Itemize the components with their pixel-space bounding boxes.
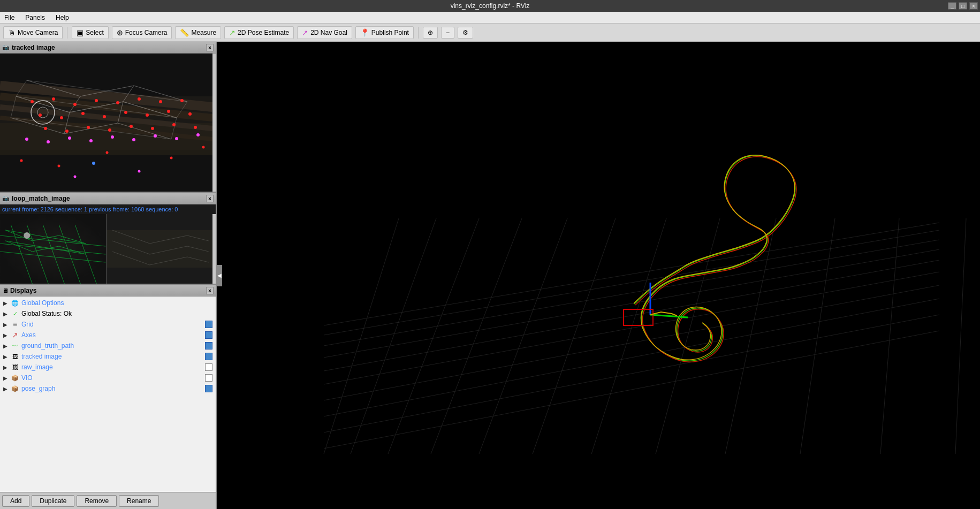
display-item-global-options[interactable]: ▶ 🌐 Global Options (1, 298, 215, 308)
axes-arrow: ▶ (3, 332, 9, 338)
display-item-raw-image[interactable]: ▶ 🖼 raw_image (1, 362, 215, 373)
settings-button[interactable]: ⚙ (458, 27, 473, 39)
grid-icon: ≡ (11, 320, 19, 329)
svg-point-25 (44, 127, 47, 130)
tracked-image-disp-checkbox[interactable] (205, 353, 212, 360)
axes-icon: ↗ (11, 331, 19, 339)
svg-point-30 (151, 127, 154, 130)
svg-point-35 (68, 136, 71, 140)
svg-point-45 (170, 157, 173, 159)
display-item-axes[interactable]: ▶ ↗ Axes (1, 330, 215, 340)
vio-icon: 📦 (11, 374, 19, 382)
focus-camera-label: Focus Camera (125, 29, 168, 36)
loop-previous-frame (107, 214, 213, 284)
maximize-btn[interactable]: □ (959, 2, 967, 10)
duplicate-button[interactable]: Duplicate (32, 495, 74, 507)
svg-point-21 (124, 111, 127, 114)
svg-point-44 (106, 151, 109, 154)
move-camera-button[interactable]: 🖱 Move Camera (3, 26, 63, 39)
loop-match-panel: 📷 loop_match_image × current frome: 2126… (0, 193, 216, 285)
display-item-global-status[interactable]: ▶ ✓ Global Status: Ok (1, 308, 215, 319)
axes-label: Axes (21, 331, 203, 339)
display-item-vio[interactable]: ▶ 📦 VIO (1, 373, 215, 383)
minus-button[interactable]: − (441, 27, 454, 39)
pose-graph-arrow: ▶ (3, 386, 9, 392)
svg-point-28 (108, 128, 111, 132)
main-layout: 📷 tracked image × (0, 42, 980, 509)
focus-camera-button[interactable]: ⊕ Focus Camera (112, 26, 172, 39)
svg-point-23 (167, 110, 170, 113)
pose-graph-checkbox[interactable] (205, 385, 212, 392)
menu-panels[interactable]: Panels (23, 13, 47, 22)
displays-titlebar: 🖥 Displays × (0, 285, 216, 297)
svg-point-41 (196, 133, 200, 136)
remove-button[interactable]: Remove (77, 495, 117, 507)
loop-match-canvas (0, 214, 212, 284)
measure-button[interactable]: 📏 Measure (175, 26, 221, 39)
svg-point-10 (52, 97, 55, 101)
svg-point-13 (116, 101, 119, 104)
pose-estimate-label: 2D Pose Estimate (238, 29, 289, 36)
grid-arrow: ▶ (3, 322, 9, 328)
display-item-tracked-image[interactable]: ▶ 🖼 tracked image (1, 351, 215, 362)
loop-match-close-btn[interactable]: × (206, 195, 214, 202)
global-status-icon: ✓ (11, 309, 19, 318)
minimize-btn[interactable]: _ (948, 2, 956, 10)
loop-match-title: loop_match_image (12, 195, 70, 202)
nav-goal-label: 2D Nav Goal (310, 29, 347, 36)
svg-point-14 (138, 97, 141, 101)
right-panel[interactable]: ◀ (217, 42, 980, 509)
ground-truth-icon: 〰 (11, 341, 19, 350)
ground-truth-checkbox[interactable] (205, 342, 212, 350)
svg-point-33 (25, 138, 28, 141)
pose-graph-icon: 📦 (11, 384, 19, 393)
close-btn[interactable]: × (969, 2, 978, 10)
titlebar: vins_rviz_config.rvlz* - RViz _ □ × (0, 0, 980, 12)
grid-label: Grid (21, 321, 203, 328)
global-options-icon: 🌐 (11, 299, 19, 307)
grid-checkbox[interactable] (205, 321, 212, 328)
svg-point-36 (89, 139, 93, 142)
display-item-ground-truth-path[interactable]: ▶ 〰 ground_truth_path (1, 340, 215, 351)
crosshair-icon: ⊕ (428, 29, 433, 36)
title-text: vins_rviz_config.rvlz* - RViz (451, 2, 530, 10)
vio-checkbox[interactable] (205, 374, 212, 382)
raw-image-checkbox[interactable] (205, 363, 212, 371)
tracked-image-panel: 📷 tracked image × (0, 42, 216, 193)
ground-truth-label: ground_truth_path (21, 342, 203, 350)
pose-estimate-button[interactable]: ↗ 2D Pose Estimate (224, 26, 294, 39)
select-button[interactable]: ▣ Select (72, 26, 108, 39)
tracked-image-close-btn[interactable]: × (206, 44, 214, 51)
loop-current-svg (0, 214, 106, 284)
menu-file[interactable]: File (2, 13, 17, 22)
menubar: File Panels Help (0, 12, 980, 24)
add-button[interactable]: Add (2, 495, 29, 507)
publish-point-button[interactable]: 📍 Publish Point (355, 26, 414, 39)
svg-rect-63 (217, 42, 980, 509)
crosshair-button[interactable]: ⊕ (423, 27, 438, 39)
collapse-handle[interactable]: ◀ (217, 265, 222, 286)
global-status-arrow: ▶ (3, 311, 9, 317)
axes-checkbox[interactable] (205, 331, 212, 339)
svg-point-37 (111, 135, 114, 139)
svg-point-38 (132, 138, 135, 141)
display-item-grid[interactable]: ▶ ≡ Grid (1, 319, 215, 330)
display-item-pose-graph[interactable]: ▶ 📦 pose_graph (1, 383, 215, 394)
rename-button[interactable]: Rename (119, 495, 159, 507)
window-controls[interactable]: _ □ × (948, 2, 978, 10)
global-status-label: Global Status: Ok (21, 310, 212, 317)
settings-icon: ⚙ (462, 29, 468, 36)
tracked-image-disp-arrow: ▶ (3, 354, 9, 360)
svg-point-48 (138, 170, 141, 173)
menu-help[interactable]: Help (54, 13, 71, 22)
pose-graph-label: pose_graph (21, 385, 203, 392)
global-options-arrow: ▶ (3, 300, 9, 306)
svg-point-12 (95, 99, 98, 102)
measure-label: Measure (191, 29, 216, 36)
svg-point-40 (175, 137, 178, 140)
svg-point-18 (60, 116, 63, 119)
vio-arrow: ▶ (3, 375, 9, 381)
displays-close-btn[interactable]: × (206, 287, 214, 294)
tracked-image-disp-label: tracked image (21, 353, 203, 360)
nav-goal-button[interactable]: ↗ 2D Nav Goal (297, 26, 352, 39)
